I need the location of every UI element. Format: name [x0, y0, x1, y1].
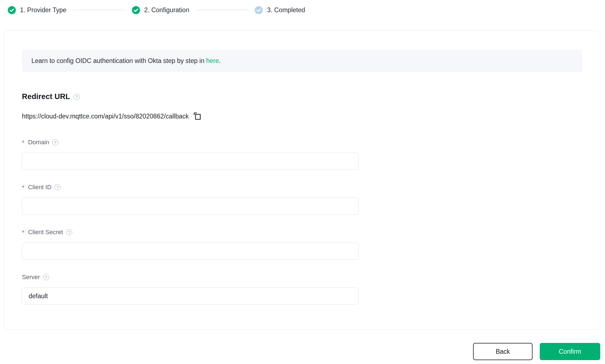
stepper-step-label: 1. Provider Type — [20, 6, 66, 14]
required-asterisk: * — [22, 139, 24, 147]
redirect-url-value: https://cloud-dev.mqttce.com/api/v1/sso/… — [22, 113, 189, 120]
redirect-url-section: Redirect URL ? — [22, 92, 582, 101]
field-domain: * Domain ? — [22, 138, 582, 170]
copy-icon[interactable] — [193, 112, 201, 120]
stepper-connector — [72, 10, 126, 10]
check-circle-icon — [8, 6, 16, 14]
here-link[interactable]: here — [206, 57, 219, 64]
stepper-step-label: 3. Completed — [267, 6, 305, 14]
oidc-configuration-page: 1. Provider Type 2. Configuration 3. Com… — [0, 0, 605, 360]
wizard-stepper: 1. Provider Type 2. Configuration 3. Com… — [0, 0, 605, 20]
configuration-card: Learn to config OIDC authentication with… — [4, 31, 600, 330]
info-banner-text: Learn to config OIDC authentication with… — [31, 57, 221, 65]
help-icon[interactable]: ? — [43, 274, 49, 280]
redirect-url-row: https://cloud-dev.mqttce.com/api/v1/sso/… — [22, 112, 582, 120]
field-label: Client ID — [28, 184, 51, 191]
field-label-row: * Domain ? — [22, 138, 582, 146]
help-icon[interactable]: ? — [74, 94, 80, 100]
server-input[interactable] — [22, 287, 359, 305]
banner-text-before: Learn to config OIDC authentication with… — [31, 57, 206, 64]
required-asterisk: * — [22, 184, 24, 192]
field-label: Client Secret — [28, 229, 63, 236]
field-label-row: * Client ID ? — [22, 183, 582, 191]
field-client-secret: * Client Secret ? — [22, 228, 582, 260]
client-secret-input[interactable] — [22, 242, 359, 260]
domain-input[interactable] — [22, 153, 359, 170]
field-label: Domain — [28, 139, 49, 146]
field-client-id: * Client ID ? — [22, 183, 582, 215]
stepper-step-label: 2. Configuration — [144, 6, 189, 14]
stepper-step-completed: 3. Completed — [255, 6, 305, 14]
check-circle-icon — [132, 6, 140, 14]
field-label-row: Server ? — [22, 273, 582, 281]
wizard-actions: Back Confirm — [0, 343, 605, 360]
banner-text-after: . — [219, 57, 221, 64]
stepper-step-configuration: 2. Configuration — [132, 6, 189, 14]
help-icon[interactable]: ? — [66, 229, 72, 235]
info-banner: Learn to config OIDC authentication with… — [22, 50, 582, 72]
field-label-row: * Client Secret ? — [22, 228, 582, 236]
back-button[interactable]: Back — [473, 343, 532, 360]
stepper-connector — [195, 10, 249, 10]
check-circle-icon — [255, 6, 263, 14]
field-label: Server — [22, 274, 40, 281]
confirm-button[interactable]: Confirm — [540, 343, 600, 360]
client-id-input[interactable] — [22, 198, 359, 215]
stepper-step-provider-type: 1. Provider Type — [8, 6, 66, 14]
required-asterisk: * — [22, 229, 24, 237]
redirect-url-heading: Redirect URL — [22, 92, 70, 101]
field-server: Server ? — [22, 273, 582, 305]
help-icon[interactable]: ? — [54, 184, 61, 190]
help-icon[interactable]: ? — [52, 139, 58, 145]
